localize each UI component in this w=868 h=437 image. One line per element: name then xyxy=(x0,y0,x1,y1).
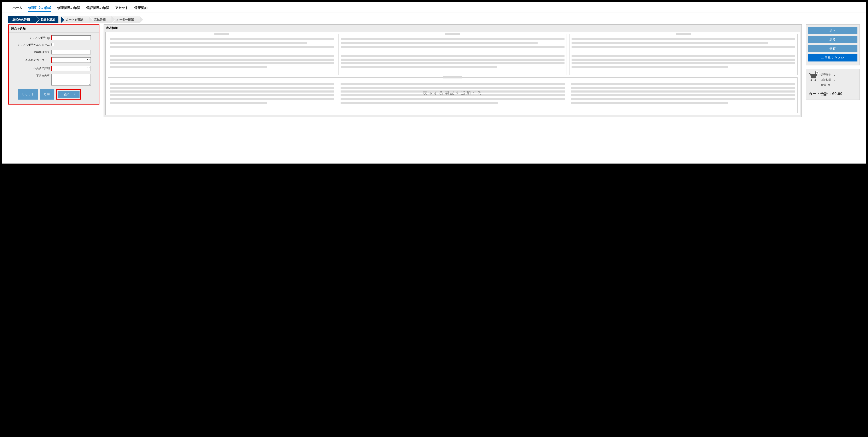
cart-count-badge: 0 xyxy=(815,71,819,74)
cart-total: カート合計 : €0.00 xyxy=(809,91,857,96)
progress-steps: 返却先の詳細 製品を追加 カートを確認 支払詳細 オーダー確認 xyxy=(8,16,866,23)
top-nav: ホーム 修理注文の作成 修理状況の確認 保証状況の確認 アセット 保守契約 xyxy=(2,2,866,12)
skeleton-card xyxy=(569,34,798,75)
fault-detail-label: 不具合の詳細 xyxy=(12,66,51,70)
nav-maintenance-contract[interactable]: 保守契約 xyxy=(134,4,148,12)
customer-ref-input[interactable] xyxy=(51,50,91,55)
cart-icon: 0 xyxy=(809,72,818,82)
nav-repair-status[interactable]: 修理状況の確認 xyxy=(57,4,81,12)
info-icon[interactable]: i xyxy=(47,37,50,39)
serial-label: シリアル番号 i xyxy=(12,36,51,40)
nav-home[interactable]: ホーム xyxy=(12,4,22,12)
reset-button[interactable]: リセット xyxy=(18,89,38,100)
cart-summary-panel: 0 保守契約 - 0 保証期間 - 0 有償 - 0 カート合計 : €0.00 xyxy=(806,69,860,100)
bulk-load-button[interactable]: 一括ロード xyxy=(58,91,80,98)
skeleton-card xyxy=(339,34,567,75)
next-button[interactable]: 次へ xyxy=(808,27,858,34)
cart-lines: 保守契約 - 0 保証期間 - 0 有償 - 0 xyxy=(820,72,835,88)
nav-assets[interactable]: アセット xyxy=(115,4,128,12)
step-return-details[interactable]: 返却先の詳細 xyxy=(8,16,36,23)
skeleton-wide-card xyxy=(108,77,798,113)
add-product-form-panel: 製品を追加 シリアル番号 i シリアル番号がありません xyxy=(8,25,99,105)
fault-category-label: 不具合のカテゴリー xyxy=(12,58,51,62)
cart-line-warranty: 保証期間 - 0 xyxy=(820,77,835,82)
customer-ref-label: 顧客整理番号 xyxy=(12,50,51,54)
back-button[interactable]: 戻る xyxy=(808,36,858,43)
no-serial-label: シリアル番号がありません xyxy=(12,43,51,47)
skeleton-card xyxy=(108,34,336,75)
action-panel: 次へ 戻る 保存 ご留意ください xyxy=(806,25,860,65)
fault-text-label: 不具合内容 xyxy=(12,74,51,78)
no-serial-checkbox[interactable] xyxy=(51,43,54,46)
main-content: 製品を追加 シリアル番号 i シリアル番号がありません xyxy=(2,23,866,123)
add-button[interactable]: 追加 xyxy=(40,89,54,100)
fault-detail-select[interactable]: ﹀ xyxy=(51,66,91,71)
notice-button[interactable]: ご留意ください xyxy=(808,54,858,62)
product-info-title: 商品情報 xyxy=(104,25,802,32)
nav-create-repair-order[interactable]: 修理注文の作成 xyxy=(28,4,51,12)
bulk-load-highlight: 一括ロード xyxy=(56,89,81,100)
cart-line-contract: 保守契約 - 0 xyxy=(820,72,835,77)
form-title: 製品を追加 xyxy=(9,25,99,33)
serial-input[interactable] xyxy=(51,35,91,40)
fault-text-textarea[interactable] xyxy=(51,74,91,86)
fault-category-select[interactable]: ﹀ xyxy=(51,57,91,63)
chevron-down-icon: ﹀ xyxy=(87,66,90,70)
product-info-body: 表示する製品を追加する xyxy=(105,32,800,115)
cart-line-paid: 有償 - 0 xyxy=(820,82,835,88)
nav-warranty-status[interactable]: 保証状況の確認 xyxy=(86,4,110,12)
product-info-panel: 商品情報 xyxy=(103,25,802,117)
app-root: ホーム 修理注文の作成 修理状況の確認 保証状況の確認 アセット 保守契約 返却… xyxy=(2,2,866,164)
save-button[interactable]: 保存 xyxy=(808,45,858,53)
chevron-down-icon: ﹀ xyxy=(87,58,90,62)
